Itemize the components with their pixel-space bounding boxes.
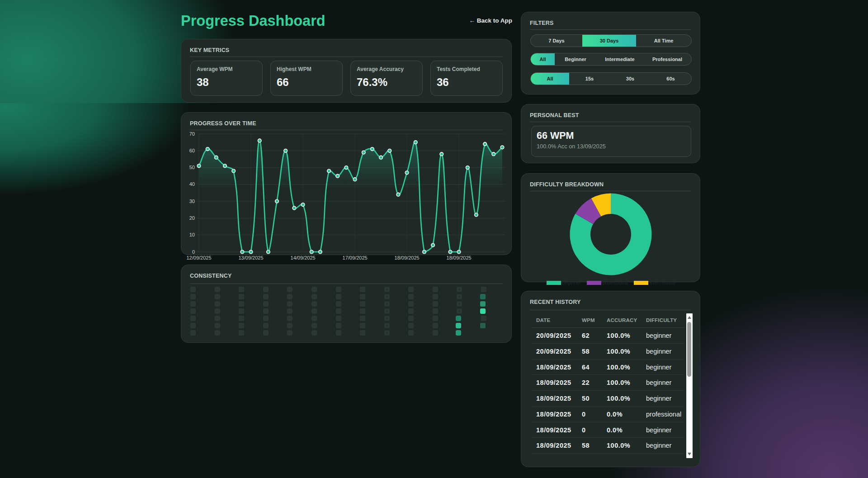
svg-text:10: 10 — [189, 232, 195, 237]
svg-text:13/09/2025: 13/09/2025 — [238, 255, 263, 260]
svg-text:20: 20 — [189, 215, 195, 221]
svg-text:17/09/2025: 17/09/2025 — [343, 255, 368, 260]
svg-text:70: 70 — [189, 131, 195, 137]
svg-text:60: 60 — [189, 148, 195, 153]
svg-text:18/09/2025: 18/09/2025 — [395, 255, 420, 260]
svg-text:40: 40 — [189, 181, 195, 187]
svg-text:0: 0 — [192, 249, 195, 255]
svg-text:30: 30 — [189, 199, 195, 204]
svg-text:50: 50 — [189, 165, 195, 170]
svg-text:14/09/2025: 14/09/2025 — [291, 255, 316, 260]
svg-text:12/09/2025: 12/09/2025 — [186, 255, 211, 260]
svg-text:18/09/2025: 18/09/2025 — [447, 255, 472, 260]
